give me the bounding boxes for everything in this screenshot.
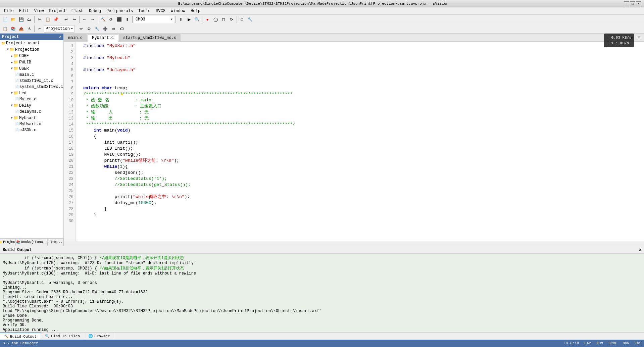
remove-button[interactable]: ➡ (110, 25, 117, 33)
code-line-20[interactable]: printf("while循环之前: \r\n"); (79, 158, 644, 164)
menu-view[interactable]: View (32, 8, 47, 14)
menu-project[interactable]: Project (46, 8, 68, 14)
output-tab-find[interactable]: 🔍 Find In Files (41, 333, 84, 340)
tree-projection[interactable]: ▼ 📁 Projection (0, 46, 63, 53)
redo-button[interactable]: ↪ (70, 16, 78, 23)
step-button[interactable]: ◻ (220, 16, 227, 23)
minimize-button[interactable]: − (624, 1, 629, 6)
code-line-21[interactable]: while(1){ (79, 164, 644, 170)
tab-myusart-c[interactable]: MyUsart.c (88, 34, 118, 42)
code-line-27[interactable]: delay_ms(10000); (79, 200, 644, 206)
tree-project-root[interactable]: 📁 Project: usart (0, 40, 63, 46)
save-all-button[interactable]: 🗂 (26, 16, 33, 23)
menu-svcs[interactable]: SVCS (153, 8, 168, 14)
code-line-8[interactable]: extern char temp; (79, 85, 644, 91)
components-button[interactable]: 🔧 (94, 25, 101, 33)
stop-build-button[interactable]: ⬛ (115, 16, 123, 23)
run-button[interactable]: ● (204, 16, 211, 23)
code-line-25[interactable] (79, 188, 644, 194)
sidebar-close-button[interactable]: × (59, 35, 61, 39)
code-line-28[interactable]: } (79, 206, 644, 212)
code-line-2[interactable] (79, 49, 644, 55)
code-line-22[interactable]: sendjson(); (79, 170, 644, 176)
menu-tools[interactable]: Tools (136, 8, 153, 14)
tool-btn[interactable]: 🔧 (246, 16, 254, 23)
build-button[interactable]: 🔨 (99, 16, 107, 23)
code-line-15[interactable]: int main(void) (79, 128, 644, 134)
display-btn[interactable]: □ (238, 16, 246, 23)
project-window-button[interactable]: 📋 (1, 25, 9, 33)
tree-pwlib[interactable]: ▶ 📁 PWLIB (0, 59, 63, 65)
code-line-5[interactable]: #include "delayms.h" (79, 67, 644, 73)
books-button[interactable]: 📚 (9, 25, 17, 33)
paste-button[interactable]: 📌 (52, 16, 59, 23)
sidebar-tab-temp[interactable]: 🌡 Temp... (48, 239, 63, 246)
open-button[interactable]: 📂 (9, 16, 17, 23)
code-line-16[interactable]: { (79, 134, 644, 140)
merge-button[interactable]: 🏷 (118, 25, 125, 33)
code-line-13[interactable]: * 输 出 : 无 (79, 115, 644, 121)
tree-delayms-c[interactable]: 📄 delayms.c (0, 109, 63, 115)
code-line-29[interactable]: } (79, 212, 644, 218)
sidebar-tab-func[interactable]: {} Func... (32, 239, 48, 246)
code-line-12[interactable]: * 输 入 : 无 (79, 109, 644, 115)
download2-button[interactable]: ⬇ (177, 16, 185, 23)
menu-peripherals[interactable]: Peripherals (104, 8, 136, 14)
error-button[interactable]: ⚠ (26, 25, 33, 33)
projection-dropdown[interactable]: Projection ▼ (44, 25, 75, 33)
build-output-close-button[interactable]: × (639, 248, 641, 252)
code-line-23[interactable]: //SetLedStatus('1'); (79, 176, 644, 182)
output-tab-build[interactable]: 🔨 Build Output (0, 333, 41, 340)
menu-debug[interactable]: Debug (86, 8, 104, 14)
code-line-26[interactable]: printf("while循环之中: \r\n"); (79, 194, 644, 200)
code-line-7[interactable] (79, 79, 644, 85)
back-button[interactable]: ← (81, 16, 88, 23)
proj-btn2[interactable]: ✂ (36, 25, 43, 33)
code-line-11[interactable]: * 函数功能 : 主函数入口 (79, 103, 644, 109)
tree-delay[interactable]: ▼ 📁 Delay (0, 102, 63, 109)
code-line-19[interactable]: NVIC_Config(); (79, 152, 644, 158)
reset-button[interactable]: ⟳ (228, 16, 235, 23)
tree-user[interactable]: ▼ 📁 USER (0, 65, 63, 72)
code-line-6[interactable] (79, 73, 644, 79)
menu-edit[interactable]: Edit (16, 8, 32, 14)
tab-main-c[interactable]: main.c (64, 34, 87, 41)
cut-button[interactable]: ✂ (36, 16, 43, 23)
code-line-3[interactable]: #include "MyLed.h" (79, 55, 644, 61)
code-line-9[interactable]: ◀ /*************************************… (79, 91, 644, 97)
download-button[interactable]: ⬇ (123, 16, 131, 23)
cmd-dropdown[interactable]: CMD3 ▼ (134, 16, 174, 23)
forward-button[interactable]: → (89, 16, 96, 23)
new-file-button[interactable]: 📄 (1, 16, 9, 23)
menu-flash[interactable]: Flash (69, 8, 86, 14)
output-tab-browser[interactable]: 🌐 Browser (84, 333, 114, 340)
code-line-14[interactable]: ****************************************… (79, 121, 644, 128)
code-line-30[interactable] (79, 218, 644, 224)
code-line-4[interactable] (79, 61, 644, 67)
close-button[interactable]: × (636, 1, 641, 6)
sidebar-tab-books[interactable]: 📚 Books (16, 239, 32, 246)
tab-close-button[interactable]: × (635, 34, 643, 41)
undo-button[interactable]: ↩ (62, 16, 70, 23)
code-line-17[interactable]: init_uart1(); (79, 140, 644, 146)
sidebar-tab-project[interactable]: 📁 Project (0, 239, 16, 246)
code-line-1[interactable]: #include "MyUSart.h" (79, 43, 644, 49)
build-output-content[interactable]: if (!strcmp(jsontemp, CMD1)) { //如果现在IO是… (0, 254, 644, 332)
code-line-10[interactable]: * 函 数 名 : main (79, 97, 644, 103)
add-button[interactable]: ➕ (102, 25, 109, 33)
maximize-button[interactable]: □ (630, 1, 635, 6)
tree-cjson-c[interactable]: 📄 cJSON.c (0, 127, 63, 133)
save-button[interactable]: 💾 (17, 16, 25, 23)
code-line-18[interactable]: LED_Init(); (79, 146, 644, 152)
code-line-24[interactable]: //SetLedStatus(get_Status()); (79, 182, 644, 188)
stop-button[interactable]: ◯ (212, 16, 219, 23)
tree-system-stm32[interactable]: 📄 system_stm32f10x.c (0, 84, 63, 90)
tree-myusart-c[interactable]: 📄 MyUsart.c (0, 121, 63, 127)
tree-myusart[interactable]: ▼ 📁 MyUsart (0, 115, 63, 121)
settings-button[interactable]: ⚙ (86, 25, 93, 33)
code-content[interactable]: #include "MyUSart.h" #include "MyLed.h" (76, 42, 644, 241)
tab-startup[interactable]: startup_stm32f10x_md.s (119, 34, 181, 41)
tree-core[interactable]: ▶ 📁 CORE (0, 53, 63, 59)
tree-myled-c[interactable]: 📄 MyLed.c (0, 96, 63, 102)
output-window-button[interactable]: 📤 (17, 25, 25, 33)
